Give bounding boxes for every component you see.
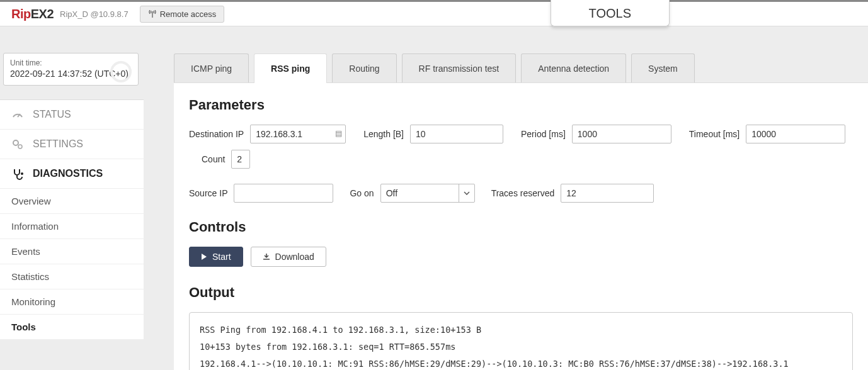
svg-point-1: [13, 140, 18, 145]
left-column: Unit time: 2022-09-21 14:37:52 (UTC+0) S…: [0, 26, 144, 340]
count-input[interactable]: [231, 150, 250, 169]
nav-sub-events[interactable]: Events: [0, 239, 144, 264]
tab-rf-test[interactable]: RF transmission test: [402, 53, 517, 83]
source-ip-label: Source IP: [189, 188, 227, 198]
tab-rss-ping[interactable]: RSS ping: [254, 53, 327, 83]
go-on-select[interactable]: [380, 184, 475, 203]
length-input[interactable]: [410, 125, 503, 143]
section-controls: Controls: [189, 219, 853, 235]
sidebar-nav: STATUS SETTINGS DIAGNOSTICS Overview Inf…: [0, 99, 144, 340]
output-console: RSS Ping from 192.168.4.1 to 192.168.3.1…: [189, 312, 853, 370]
chevron-down-icon[interactable]: [459, 184, 475, 203]
traces-label: Traces reserved: [491, 188, 555, 198]
dest-ip-label: Destination IP: [189, 129, 244, 139]
dest-picker-icon[interactable]: ▤: [335, 129, 342, 138]
antenna-icon: [148, 10, 157, 18]
main-area: ICMP ping RSS ping Routing RF transmissi…: [174, 53, 868, 370]
go-on-label: Go on: [350, 188, 374, 198]
period-input[interactable]: [572, 125, 671, 143]
timeout-label: Timeout [ms]: [689, 129, 740, 139]
nav-sub-overview[interactable]: Overview: [0, 189, 144, 214]
download-button[interactable]: Download: [251, 247, 326, 267]
tool-tabs: ICMP ping RSS ping Routing RF transmissi…: [174, 53, 868, 83]
tools-tab-header: TOOLS: [551, 0, 670, 26]
nav-sub-statistics[interactable]: Statistics: [0, 264, 144, 289]
timeout-input[interactable]: [746, 125, 845, 143]
nav-status[interactable]: STATUS: [0, 100, 144, 130]
gauge-icon: [11, 108, 24, 121]
remote-access-button[interactable]: Remote access: [140, 6, 225, 23]
traces-input[interactable]: [561, 184, 654, 203]
unit-time-box: Unit time: 2022-09-21 14:37:52 (UTC+0): [3, 53, 139, 86]
nav-settings[interactable]: SETTINGS: [0, 130, 144, 159]
length-label: Length [B]: [363, 129, 404, 139]
tab-icmp-ping[interactable]: ICMP ping: [174, 53, 249, 83]
nav-sub-information[interactable]: Information: [0, 214, 144, 239]
controls-row: Start Download: [189, 247, 853, 267]
gears-icon: [11, 138, 24, 150]
host-label: RipX_D @10.9.8.7: [60, 9, 128, 19]
count-label: Count: [202, 154, 225, 164]
tab-system[interactable]: System: [631, 53, 695, 83]
tab-routing[interactable]: Routing: [332, 53, 396, 83]
section-parameters: Parameters: [189, 97, 853, 113]
parameters-form: Destination IP ▤ Length [B] Period [ms] …: [189, 125, 853, 203]
tool-panel: Parameters Destination IP ▤ Length [B] P…: [174, 82, 868, 370]
logo: RipEX2: [11, 7, 54, 21]
stethoscope-icon: [11, 167, 24, 180]
download-icon: [263, 253, 270, 261]
nav-diagnostics[interactable]: DIAGNOSTICS: [0, 159, 144, 189]
start-button[interactable]: Start: [189, 247, 243, 267]
source-ip-input[interactable]: [234, 184, 333, 203]
dest-ip-input[interactable]: [250, 125, 346, 143]
svg-point-3: [21, 172, 23, 175]
svg-point-2: [18, 145, 22, 149]
topbar: RipEX2 RipX_D @10.9.8.7 Remote access TO…: [0, 0, 868, 26]
nav-sub-monitoring[interactable]: Monitoring: [0, 289, 144, 315]
period-label: Period [ms]: [521, 129, 566, 139]
nav-sub-tools[interactable]: Tools: [0, 315, 144, 340]
play-icon: [201, 253, 207, 261]
refresh-spinner-icon: [110, 61, 132, 82]
tab-antenna[interactable]: Antenna detection: [521, 53, 626, 83]
section-output: Output: [189, 284, 853, 301]
